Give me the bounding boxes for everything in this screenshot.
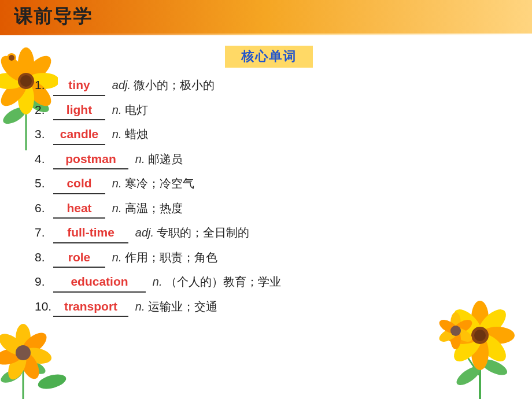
item-pos: n. — [112, 249, 122, 267]
svg-line-28 — [457, 341, 480, 376]
item-number: 3. — [35, 125, 53, 144]
item-number: 5. — [35, 174, 53, 193]
main-content: 核心单词 1. tiny adj. 微小的；极小的 2. light n. 电灯… — [0, 35, 532, 327]
item-blank: full-time — [53, 223, 128, 243]
item-blank: role — [53, 248, 105, 268]
item-definition: （个人的）教育；学业 — [165, 273, 281, 291]
item-number: 1. — [35, 76, 53, 95]
item-number: 8. — [35, 248, 53, 267]
svg-point-24 — [0, 330, 28, 359]
item-pos: n. — [135, 150, 145, 168]
item-pos: n. — [153, 273, 162, 291]
item-blank: tiny — [53, 76, 105, 96]
vocab-item: 9. education n. （个人的）教育；学业 — [35, 272, 503, 293]
vocab-item: 1. tiny adj. 微小的；极小的 — [35, 76, 503, 96]
item-pos: n. — [112, 125, 122, 143]
item-pos: adj. — [135, 224, 154, 242]
vocab-item: 2. light n. 电灯 — [35, 101, 503, 121]
vocab-item: 6. heat n. 高温；热度 — [35, 199, 503, 219]
svg-point-40 — [474, 330, 486, 341]
svg-point-45 — [437, 325, 460, 345]
item-definition: 作用；职责；角色 — [125, 249, 217, 267]
vocab-item: 7. full-time adj. 专职的；全日制的 — [35, 223, 503, 243]
svg-point-19 — [19, 328, 50, 359]
svg-point-36 — [449, 329, 486, 366]
item-number: 4. — [35, 150, 53, 169]
item-word: education — [71, 275, 128, 288]
svg-point-25 — [16, 345, 31, 360]
svg-point-16 — [0, 366, 24, 385]
item-word: transport — [64, 300, 117, 313]
item-word: light — [66, 103, 92, 116]
svg-point-39 — [471, 327, 489, 344]
vocab-item: 3. candle n. 蜡烛 — [35, 125, 503, 145]
item-pos: n. — [112, 175, 122, 193]
vocab-item: 5. cold n. 寒冷；冷空气 — [35, 174, 503, 194]
item-pos: adj. — [112, 76, 131, 94]
item-word: tiny — [68, 78, 90, 91]
item-blank: postman — [53, 150, 128, 170]
svg-point-18 — [16, 324, 31, 353]
svg-point-34 — [474, 329, 511, 366]
item-pos: n. — [112, 101, 122, 119]
svg-point-26 — [36, 372, 68, 391]
item-blank: cold — [53, 174, 105, 194]
item-number: 7. — [35, 223, 53, 242]
header: 课前导学 — [0, 0, 532, 34]
svg-point-21 — [16, 349, 43, 382]
svg-point-44 — [450, 328, 461, 349]
svg-point-23 — [0, 345, 25, 367]
item-blank: education — [53, 272, 146, 293]
svg-point-22 — [5, 350, 30, 382]
svg-point-20 — [21, 345, 53, 366]
svg-point-37 — [445, 327, 480, 344]
item-blank: candle — [53, 125, 105, 145]
item-definition: 电灯 — [125, 101, 148, 119]
item-word: heat — [66, 201, 91, 215]
item-definition: 蜡烛 — [125, 125, 148, 143]
item-word: role — [68, 250, 91, 264]
svg-point-35 — [471, 335, 489, 370]
item-blank: heat — [53, 199, 105, 219]
item-definition: 运输业；交通 — [148, 298, 217, 316]
item-number: 2. — [35, 101, 53, 120]
svg-point-33 — [480, 327, 515, 344]
item-pos: n. — [135, 298, 145, 316]
item-word: full-time — [67, 226, 114, 239]
section-title-wrapper: 核心单词 — [35, 46, 503, 68]
vocab-list: 1. tiny adj. 微小的；极小的 2. light n. 电灯 3. c… — [35, 76, 503, 317]
item-number: 9. — [35, 272, 53, 291]
item-number: 6. — [35, 199, 53, 218]
item-pos: n. — [112, 200, 122, 217]
item-blank: light — [53, 101, 105, 121]
item-word: candle — [60, 127, 99, 141]
item-word: postman — [65, 152, 116, 165]
svg-point-29 — [454, 363, 483, 389]
svg-point-30 — [479, 356, 509, 378]
item-word: cold — [66, 176, 91, 190]
item-definition: 寒冷；冷空气 — [125, 175, 194, 193]
vocab-item: 10. transport n. 运输业；交通 — [35, 297, 503, 317]
svg-point-17 — [22, 357, 47, 376]
item-number: 10. — [35, 297, 53, 316]
vocab-item: 4. postman n. 邮递员 — [35, 150, 503, 170]
item-definition: 邮递员 — [148, 150, 183, 168]
vocab-item: 8. role n. 作用；职责；角色 — [35, 248, 503, 268]
svg-point-43 — [451, 325, 474, 345]
item-definition: 专职的；全日制的 — [157, 224, 249, 242]
item-definition: 高温；热度 — [125, 200, 183, 217]
item-blank: transport — [53, 297, 128, 317]
page-title: 课前导学 — [14, 4, 93, 29]
item-definition: 微小的；极小的 — [134, 76, 215, 94]
section-title: 核心单词 — [225, 46, 313, 68]
